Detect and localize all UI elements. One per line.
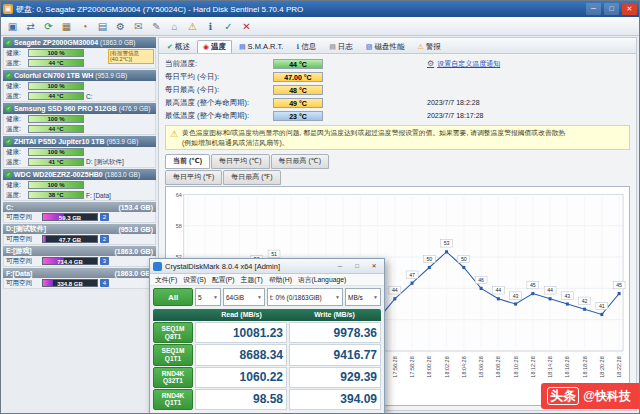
free-space-label: 可用空间 — [6, 235, 40, 244]
partition-entry[interactable]: E:[游戏](1863.0 GB) 可用空间714.4 GB3 — [3, 246, 156, 267]
svg-text:18:04:28: 18:04:28 — [461, 356, 467, 377]
svg-text:18:16:28: 18:16:28 — [564, 356, 570, 377]
chart-tab-current-c[interactable]: 当前 (℃) — [165, 154, 210, 169]
svg-text:44: 44 — [392, 287, 398, 293]
disk-entry[interactable]: ✓Samsung SSD 960 PRO 512GB(476.9 GB) 健康:… — [3, 103, 156, 135]
disk-entry[interactable]: ✓ZHITAI PS5D Jupiter10 1TB(953.9 GB) 健康:… — [3, 136, 156, 168]
partition-badge: 4 — [100, 279, 109, 287]
cdm-menu-settings[interactable]: 设置(S) — [180, 275, 209, 285]
benchmark-icon[interactable]: ◔ — [76, 19, 93, 34]
svg-text:53: 53 — [444, 240, 450, 246]
partition-entry[interactable]: F:[Data](1863.0 GB) 可用空间334.8 GB4 — [3, 268, 156, 289]
temperature-label: 温度: — [6, 125, 26, 134]
chart-tab-daily-max-f[interactable]: 每日最高 (℉) — [223, 170, 280, 185]
tab-alerts[interactable]: ⚠警报 — [411, 40, 446, 53]
cdm-menu-file[interactable]: 文件(F) — [152, 275, 180, 285]
disk-entry[interactable]: ✓Seagate ZP2000GM30004(1863.0 GB) 健康:100… — [3, 37, 156, 69]
partition-entry[interactable]: C:(153.4 GB) 可用空间59.3 GB2 — [3, 202, 156, 223]
svg-text:18:06:28: 18:06:28 — [478, 356, 484, 377]
cdm-test-size-select[interactable]: 64GiB▼ — [223, 288, 265, 306]
cdm-maximize-button[interactable]: □ — [350, 261, 364, 272]
cdm-results-grid: SEQ1MQ8T1 10081.23 9978.36 SEQ1MQ1T1 868… — [150, 321, 384, 413]
disk-size: (1863.0 GB) — [105, 171, 140, 178]
home-icon[interactable]: ⌂ — [166, 19, 183, 34]
cdm-title-bar[interactable]: CrystalDiskMark 8.0.4 x64 [Admin] ─ □ ✕ — [150, 259, 384, 274]
minimize-button[interactable]: ─ — [586, 3, 601, 15]
refresh-icon[interactable]: ⟳ — [40, 19, 57, 34]
svg-text:18:14:28: 18:14:28 — [547, 356, 553, 377]
svg-text:51: 51 — [271, 251, 277, 257]
cdm-menu-help[interactable]: 帮助(H) — [266, 275, 295, 285]
cdm-column-headers: Read (MB/s) Write (MB/s) — [153, 309, 381, 321]
crystaldiskmark-window[interactable]: CrystalDiskMark 8.0.4 x64 [Admin] ─ □ ✕ … — [149, 258, 385, 414]
tab-information[interactable]: ℹ信息 — [290, 40, 322, 53]
cdm-menu-profile[interactable]: 配置(P) — [209, 275, 238, 285]
check-icon[interactable]: ✓ — [220, 19, 237, 34]
cdm-menu-language[interactable]: 语言(Language) — [295, 275, 349, 285]
cdm-close-button[interactable]: ✕ — [367, 261, 381, 272]
log-icon: ▤ — [329, 43, 336, 51]
svg-text:18:00:28: 18:00:28 — [426, 356, 432, 377]
set-custom-temp-link[interactable]: ⚙设置自定义温度通知 — [427, 59, 500, 69]
information-icon: ℹ — [296, 43, 299, 51]
partition-badge: 2 — [100, 235, 109, 243]
daily-average-value: 47.00 °C — [273, 72, 323, 82]
disk-entry[interactable]: ✓Colorful CN700 1TB WH(953.9 GB) 健康:100 … — [3, 70, 156, 102]
cdm-menu-theme[interactable]: 主题(T) — [238, 275, 266, 285]
cdm-target-drive-select[interactable]: t: 0% (0/1863GiB)▼ — [267, 288, 343, 306]
tab-log[interactable]: ▤日志 — [323, 40, 359, 53]
tab-disk-performance[interactable]: ▨磁盘性能 — [360, 40, 411, 53]
cdm-all-button[interactable]: All — [153, 288, 193, 306]
title-bar[interactable]: ▣ 硬盘: 0, Seagate ZP2000GM30004 (7Y50024C… — [1, 1, 639, 17]
surface-scan-icon[interactable]: ▦ — [58, 19, 75, 34]
edit-icon[interactable]: ✎ — [148, 19, 165, 34]
cdm-read-value: 98.58 — [195, 389, 287, 410]
cdm-write-value: 929.39 — [289, 367, 381, 388]
cdm-result-row: SEQ1MQ8T1 10081.23 9978.36 — [153, 322, 381, 343]
disk-ok-icon: ✓ — [5, 138, 12, 145]
cdm-seq1m-q1t1-button[interactable]: SEQ1MQ1T1 — [153, 344, 193, 365]
smart-tab-icon: ▤ — [239, 43, 246, 51]
settings-icon[interactable]: ⚙ — [112, 19, 129, 34]
svg-text:18:22:28: 18:22:28 — [616, 356, 622, 377]
health-bar: 100 % — [28, 49, 84, 57]
svg-text:50: 50 — [461, 256, 467, 262]
close-button[interactable]: ✕ — [622, 3, 637, 15]
partition-entry[interactable]: D:[测试软件](953.8 GB) 可用空间47.7 GB2 — [3, 224, 156, 245]
tab-temperature[interactable]: ◉温度 — [197, 40, 232, 53]
email-report-icon[interactable]: ✉ — [130, 19, 147, 34]
alert-icon[interactable]: ⚠ — [184, 19, 201, 34]
gear-icon: ⚙ — [427, 59, 434, 68]
disk-entry[interactable]: ✓WDC WD20EZRZ-00Z5HB0(1863.0 GB) 健康:100 … — [3, 169, 156, 201]
cdm-rnd4k-q32t1-button[interactable]: RND4KQ32T1 — [153, 367, 193, 388]
temperature-label: 温度: — [6, 59, 26, 68]
app-icon: ▣ — [3, 4, 13, 14]
info-icon[interactable]: ℹ — [202, 19, 219, 34]
health-bar: 100 % — [28, 115, 84, 123]
svg-text:64: 64 — [176, 191, 182, 197]
cdm-unit-select[interactable]: MB/s▼ — [345, 288, 381, 306]
disk-list-panel: ✓Seagate ZP2000GM30004(1863.0 GB) 健康:100… — [3, 37, 156, 413]
smart-icon[interactable]: ▤ — [94, 19, 111, 34]
hdd-icon[interactable]: ▣ — [4, 19, 21, 34]
svg-text:42: 42 — [582, 298, 588, 304]
chevron-down-icon: ▼ — [373, 294, 378, 300]
chart-tab-daily-avg-f[interactable]: 每日平均 (℉) — [165, 170, 222, 185]
tab-smart[interactable]: ▤S.M.A.R.T. — [233, 40, 289, 53]
cdm-rnd4k-q1t1-button[interactable]: RND4KQ1T1 — [153, 389, 193, 410]
maximize-button[interactable]: □ — [604, 3, 619, 15]
health-label: 健康: — [6, 181, 26, 190]
exit-icon[interactable]: ✕ — [238, 19, 255, 34]
disk-name: Colorful CN700 1TB WH — [14, 72, 93, 79]
free-space-label: 可用空间 — [6, 213, 40, 222]
usb-device-icon[interactable]: ⇄ — [22, 19, 39, 34]
svg-text:18:08:28: 18:08:28 — [495, 356, 501, 377]
cdm-test-count-select[interactable]: 5▼ — [195, 288, 221, 306]
tab-overview[interactable]: ✔概述 — [161, 40, 196, 53]
chart-tab-daily-max-c[interactable]: 每日最高 (℃) — [271, 154, 329, 169]
free-space-bar: 59.3 GB — [42, 213, 98, 221]
cdm-minimize-button[interactable]: ─ — [333, 261, 347, 272]
cdm-seq1m-q8t1-button[interactable]: SEQ1MQ8T1 — [153, 322, 193, 343]
chart-tab-daily-avg-c[interactable]: 每日平均 (℃) — [211, 154, 269, 169]
svg-text:18:18:28: 18:18:28 — [582, 356, 588, 377]
